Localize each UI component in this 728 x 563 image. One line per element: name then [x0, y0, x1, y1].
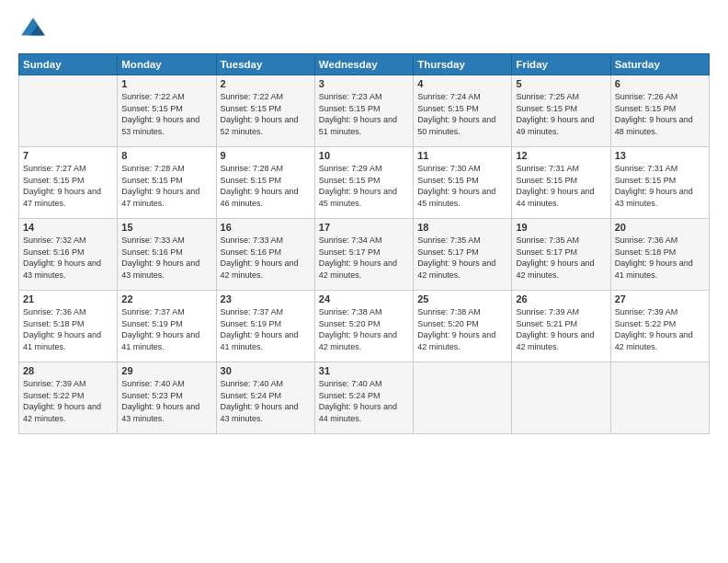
calendar-cell: 8Sunrise: 7:28 AMSunset: 5:15 PMDaylight…: [118, 147, 216, 219]
cell-content: Sunrise: 7:35 AMSunset: 5:17 PMDaylight:…: [417, 235, 507, 281]
calendar-cell: 4Sunrise: 7:24 AMSunset: 5:15 PMDaylight…: [414, 75, 512, 147]
calendar-cell: 12Sunrise: 7:31 AMSunset: 5:15 PMDayligh…: [512, 147, 610, 219]
cell-content: Sunrise: 7:40 AMSunset: 5:24 PMDaylight:…: [319, 378, 409, 424]
day-number: 25: [417, 293, 507, 304]
day-number: 21: [23, 293, 113, 304]
cell-content: Sunrise: 7:29 AMSunset: 5:15 PMDaylight:…: [319, 163, 409, 209]
calendar-cell: 26Sunrise: 7:39 AMSunset: 5:21 PMDayligh…: [512, 291, 610, 362]
weekday-header: Monday: [118, 54, 216, 75]
calendar-cell: 16Sunrise: 7:33 AMSunset: 5:16 PMDayligh…: [216, 219, 314, 291]
weekday-header: Thursday: [414, 54, 512, 75]
weekday-header: Friday: [512, 54, 610, 75]
day-number: 18: [417, 222, 507, 233]
calendar-week-row: 28Sunrise: 7:39 AMSunset: 5:22 PMDayligh…: [19, 362, 710, 434]
cell-content: Sunrise: 7:37 AMSunset: 5:19 PMDaylight:…: [221, 306, 311, 352]
cell-content: Sunrise: 7:39 AMSunset: 5:22 PMDaylight:…: [23, 378, 113, 424]
cell-content: Sunrise: 7:38 AMSunset: 5:20 PMDaylight:…: [417, 306, 507, 352]
day-number: 8: [121, 150, 211, 161]
day-number: 13: [615, 150, 705, 161]
calendar-cell: 11Sunrise: 7:30 AMSunset: 5:15 PMDayligh…: [414, 147, 512, 219]
cell-content: Sunrise: 7:34 AMSunset: 5:17 PMDaylight:…: [319, 235, 409, 281]
calendar-cell: 13Sunrise: 7:31 AMSunset: 5:15 PMDayligh…: [610, 147, 709, 219]
cell-content: Sunrise: 7:28 AMSunset: 5:15 PMDaylight:…: [221, 163, 311, 209]
calendar-cell: 5Sunrise: 7:25 AMSunset: 5:15 PMDaylight…: [512, 75, 610, 147]
cell-content: Sunrise: 7:23 AMSunset: 5:15 PMDaylight:…: [319, 91, 409, 137]
day-number: 19: [516, 222, 606, 233]
cell-content: Sunrise: 7:33 AMSunset: 5:16 PMDaylight:…: [221, 235, 311, 281]
calendar-week-row: 21Sunrise: 7:36 AMSunset: 5:18 PMDayligh…: [19, 291, 710, 362]
calendar-week-row: 7Sunrise: 7:27 AMSunset: 5:15 PMDaylight…: [19, 147, 710, 219]
calendar-cell: 3Sunrise: 7:23 AMSunset: 5:15 PMDaylight…: [314, 75, 413, 147]
calendar-cell: 22Sunrise: 7:37 AMSunset: 5:19 PMDayligh…: [118, 291, 216, 362]
day-number: 15: [121, 222, 211, 233]
day-number: 11: [417, 150, 507, 161]
calendar-cell: 2Sunrise: 7:22 AMSunset: 5:15 PMDaylight…: [216, 75, 314, 147]
calendar-cell: 14Sunrise: 7:32 AMSunset: 5:16 PMDayligh…: [19, 219, 118, 291]
cell-content: Sunrise: 7:39 AMSunset: 5:22 PMDaylight:…: [615, 306, 705, 352]
calendar-cell: 20Sunrise: 7:36 AMSunset: 5:18 PMDayligh…: [610, 219, 709, 291]
day-number: 26: [516, 293, 606, 304]
day-number: 20: [615, 222, 705, 233]
day-number: 2: [221, 78, 311, 89]
calendar-cell: 1Sunrise: 7:22 AMSunset: 5:15 PMDaylight…: [118, 75, 216, 147]
cell-content: Sunrise: 7:40 AMSunset: 5:23 PMDaylight:…: [121, 378, 211, 424]
calendar-cell: 23Sunrise: 7:37 AMSunset: 5:19 PMDayligh…: [216, 291, 314, 362]
cell-content: Sunrise: 7:22 AMSunset: 5:15 PMDaylight:…: [121, 91, 211, 137]
cell-content: Sunrise: 7:37 AMSunset: 5:19 PMDaylight:…: [121, 306, 211, 352]
calendar-cell: 18Sunrise: 7:35 AMSunset: 5:17 PMDayligh…: [414, 219, 512, 291]
calendar-cell: 6Sunrise: 7:26 AMSunset: 5:15 PMDaylight…: [610, 75, 709, 147]
weekday-header: Saturday: [610, 54, 709, 75]
day-number: 4: [417, 78, 507, 89]
day-number: 28: [23, 365, 113, 376]
day-number: 9: [221, 150, 311, 161]
cell-content: Sunrise: 7:33 AMSunset: 5:16 PMDaylight:…: [121, 235, 211, 281]
cell-content: Sunrise: 7:31 AMSunset: 5:15 PMDaylight:…: [516, 163, 606, 209]
day-number: 6: [615, 78, 705, 89]
day-number: 1: [121, 78, 211, 89]
cell-content: Sunrise: 7:22 AMSunset: 5:15 PMDaylight:…: [221, 91, 311, 137]
calendar-week-row: 14Sunrise: 7:32 AMSunset: 5:16 PMDayligh…: [19, 219, 710, 291]
calendar-cell: 9Sunrise: 7:28 AMSunset: 5:15 PMDaylight…: [216, 147, 314, 219]
cell-content: Sunrise: 7:32 AMSunset: 5:16 PMDaylight:…: [23, 235, 113, 281]
calendar-cell: [512, 362, 610, 434]
cell-content: Sunrise: 7:30 AMSunset: 5:15 PMDaylight:…: [417, 163, 507, 209]
day-number: 24: [319, 293, 409, 304]
calendar-week-row: 1Sunrise: 7:22 AMSunset: 5:15 PMDaylight…: [19, 75, 710, 147]
day-number: 10: [319, 150, 409, 161]
cell-content: Sunrise: 7:31 AMSunset: 5:15 PMDaylight:…: [615, 163, 705, 209]
page: SundayMondayTuesdayWednesdayThursdayFrid…: [0, 0, 728, 563]
day-number: 12: [516, 150, 606, 161]
cell-content: Sunrise: 7:39 AMSunset: 5:21 PMDaylight:…: [516, 306, 606, 352]
calendar-cell: 30Sunrise: 7:40 AMSunset: 5:24 PMDayligh…: [216, 362, 314, 434]
logo-icon: [18, 15, 48, 44]
day-number: 14: [23, 222, 113, 233]
logo: [18, 15, 51, 44]
calendar-cell: 21Sunrise: 7:36 AMSunset: 5:18 PMDayligh…: [19, 291, 118, 362]
day-number: 31: [319, 365, 409, 376]
calendar-cell: 25Sunrise: 7:38 AMSunset: 5:20 PMDayligh…: [414, 291, 512, 362]
weekday-header: Wednesday: [314, 54, 413, 75]
calendar-cell: 15Sunrise: 7:33 AMSunset: 5:16 PMDayligh…: [118, 219, 216, 291]
cell-content: Sunrise: 7:36 AMSunset: 5:18 PMDaylight:…: [23, 306, 113, 352]
calendar-cell: 7Sunrise: 7:27 AMSunset: 5:15 PMDaylight…: [19, 147, 118, 219]
cell-content: Sunrise: 7:38 AMSunset: 5:20 PMDaylight:…: [319, 306, 409, 352]
weekday-header: Sunday: [19, 54, 118, 75]
day-number: 3: [319, 78, 409, 89]
cell-content: Sunrise: 7:26 AMSunset: 5:15 PMDaylight:…: [615, 91, 705, 137]
day-number: 22: [121, 293, 211, 304]
calendar-cell: 27Sunrise: 7:39 AMSunset: 5:22 PMDayligh…: [610, 291, 709, 362]
calendar-header-row: SundayMondayTuesdayWednesdayThursdayFrid…: [19, 54, 710, 75]
cell-content: Sunrise: 7:27 AMSunset: 5:15 PMDaylight:…: [23, 163, 113, 209]
calendar-cell: 17Sunrise: 7:34 AMSunset: 5:17 PMDayligh…: [314, 219, 413, 291]
calendar-cell: [610, 362, 709, 434]
day-number: 27: [615, 293, 705, 304]
calendar-cell: 24Sunrise: 7:38 AMSunset: 5:20 PMDayligh…: [314, 291, 413, 362]
day-number: 17: [319, 222, 409, 233]
day-number: 23: [221, 293, 311, 304]
calendar-cell: 19Sunrise: 7:35 AMSunset: 5:17 PMDayligh…: [512, 219, 610, 291]
calendar-body: 1Sunrise: 7:22 AMSunset: 5:15 PMDaylight…: [19, 75, 710, 434]
cell-content: Sunrise: 7:40 AMSunset: 5:24 PMDaylight:…: [221, 378, 311, 424]
cell-content: Sunrise: 7:36 AMSunset: 5:18 PMDaylight:…: [615, 235, 705, 281]
calendar-cell: 29Sunrise: 7:40 AMSunset: 5:23 PMDayligh…: [118, 362, 216, 434]
calendar-cell: 28Sunrise: 7:39 AMSunset: 5:22 PMDayligh…: [19, 362, 118, 434]
